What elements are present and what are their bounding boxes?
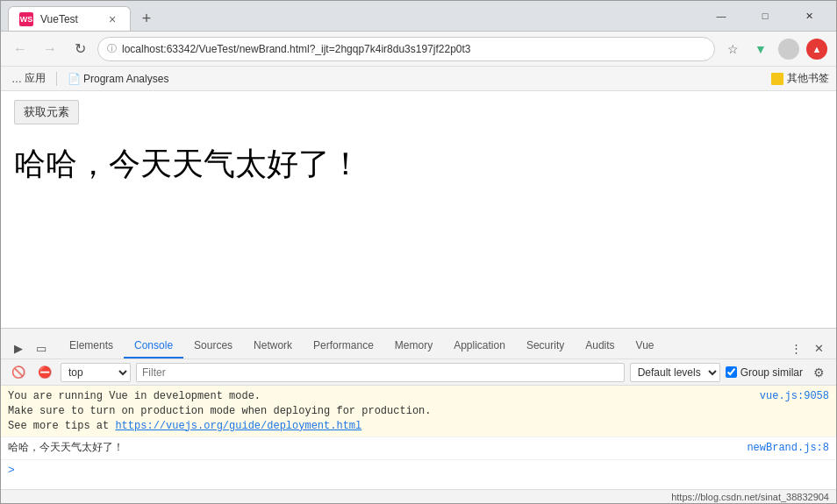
group-similar-label[interactable]: Group similar [726,366,803,379]
context-selector[interactable]: top [61,363,131,382]
other-bookmarks-label: 其他书签 [787,71,829,86]
log-level-selector[interactable]: Default levels [630,363,720,382]
apps-grid-icon: … [11,73,22,85]
lock-icon: ⓘ [107,42,117,55]
get-element-button[interactable]: 获取元素 [14,100,79,124]
devtools-left-icons: ▶ ▭ [8,337,52,358]
update-icon: ▲ [806,39,827,60]
console-message-vue-warning: You are running Vue in development mode.… [1,386,836,437]
console-output: You are running Vue in development mode.… [1,386,836,489]
maximize-button[interactable]: □ [745,1,785,32]
window-controls: — □ ✕ [701,1,829,32]
console-message-log: 哈哈，今天天气太好了！ newBrand.js:8 [1,437,836,460]
console-warning-text: You are running Vue in development mode.… [8,389,746,433]
vue-source-link[interactable]: vue.js:9058 [746,389,829,404]
program-analyses-label: Program Analyses [83,73,168,85]
vuejs-extension-button[interactable]: ▼ [748,37,773,61]
tab-elements[interactable]: Elements [59,334,124,358]
tab-audits[interactable]: Audits [575,334,625,358]
program-analyses-bookmark[interactable]: 📄 Program Analyses [64,71,172,87]
tab-area: WS VueTest × + [8,1,694,31]
apps-bookmark[interactable]: … 应用 [8,69,49,88]
prompt-symbol: > [8,464,15,477]
close-button[interactable]: ✕ [789,1,829,32]
devtools-close-button[interactable]: ✕ [808,337,829,358]
refresh-button[interactable]: ↻ [68,37,92,61]
tab-vue[interactable]: Vue [626,334,665,358]
tab-close-button[interactable]: × [105,12,119,26]
inspect-element-button[interactable]: ▶ [8,337,29,358]
console-log-text: 哈哈，今天天气太好了！ [8,441,733,456]
stop-recording-button[interactable]: ⛔ [34,362,55,383]
bookmark-separator [56,72,57,86]
tab-security[interactable]: Security [516,334,575,358]
group-similar-text: Group similar [740,366,803,379]
status-bar: https://blog.csdn.net/sinat_38832904 [1,489,836,503]
active-tab[interactable]: WS VueTest × [8,6,131,31]
toolbar-icons: ☆ ▼ ▲ [720,37,829,61]
bookmark-folder-icon [771,73,783,85]
deployment-link[interactable]: https://vuejs.org/guide/deployment.html [115,420,361,432]
device-toggle-button[interactable]: ▭ [31,337,52,358]
console-prompt: > [1,460,836,480]
status-url: https://blog.csdn.net/sinat_38832904 [671,492,829,502]
tab-memory[interactable]: Memory [384,334,443,358]
bookmark-file-icon: 📄 [68,73,81,85]
devtools-tabs: ▶ ▭ Elements Console Sources Network Per… [1,329,836,359]
clear-console-button[interactable]: 🚫 [8,362,29,383]
url-text: localhost:63342/VueTest/newBrand.html?_i… [122,43,705,55]
back-button[interactable]: ← [8,37,32,61]
page-heading: 哈哈，今天天气太好了！ [14,143,823,186]
toolbar: ← → ↻ ⓘ localhost:63342/VueTest/newBrand… [1,32,836,67]
address-bar[interactable]: ⓘ localhost:63342/VueTest/newBrand.html?… [97,37,715,61]
devtools-right-icons: ⋮ ✕ [785,337,829,358]
group-similar-checkbox[interactable] [726,366,737,378]
devtools-more-button[interactable]: ⋮ [785,337,806,358]
tab-application[interactable]: Application [443,334,516,358]
tab-sources[interactable]: Sources [183,334,243,358]
bookmarks-right: 其他书签 [771,71,829,86]
forward-button[interactable]: → [38,37,62,61]
browser-window: WS VueTest × + — □ ✕ ← → ↻ ⓘ localhost:6… [0,0,837,504]
update-button[interactable]: ▲ [805,37,829,61]
tab-favicon: WS [19,12,33,26]
devtools-panel: ▶ ▭ Elements Console Sources Network Per… [1,328,836,503]
devtools-toolbar: 🚫 ⛔ top Default levels Group similar ⚙ [1,359,836,386]
menu-button[interactable] [776,37,801,61]
minimize-button[interactable]: — [701,1,741,32]
tab-performance[interactable]: Performance [303,334,384,358]
tab-network[interactable]: Network [243,334,303,358]
page-content: 获取元素 哈哈，今天天气太好了！ [1,91,836,328]
new-tab-button[interactable]: + [134,6,159,31]
tab-title: VueTest [40,13,98,25]
console-settings-button[interactable]: ⚙ [808,362,829,383]
newbrand-source-link[interactable]: newBrand.js:8 [733,441,829,456]
user-avatar [778,39,799,60]
bookmark-star-button[interactable]: ☆ [720,37,745,61]
title-bar: WS VueTest × + — □ ✕ [1,1,836,32]
filter-input[interactable] [136,363,625,382]
bookmarks-bar: … 应用 📄 Program Analyses 其他书签 [1,67,836,91]
apps-label: 应用 [25,71,46,86]
tab-console[interactable]: Console [124,334,183,358]
